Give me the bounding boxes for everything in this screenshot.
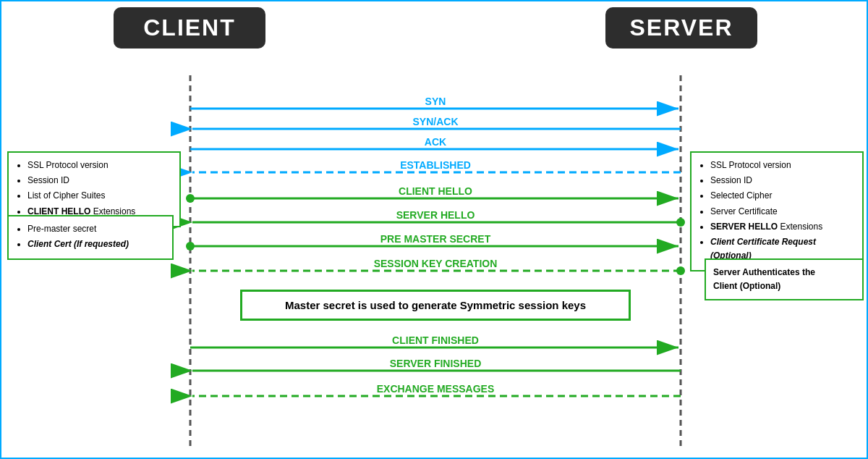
svg-point-21 (186, 242, 195, 250)
master-secret-text: Master secret is used to generate Symmet… (285, 299, 586, 311)
svg-text:CLIENT FINISHED: CLIENT FINISHED (392, 334, 479, 346)
diagram: CLIENT SERVER SYN SYN/ACK (1, 1, 868, 459)
client-info-item-2: Session ID (27, 174, 172, 188)
client-info-item-1: SSL Protocol version (27, 159, 172, 172)
server-hello-list: SSL Protocol version Session ID Selected… (699, 159, 855, 263)
server-hello-info-box: SSL Protocol version Session ID Selected… (690, 151, 864, 271)
svg-text:SERVER FINISHED: SERVER FINISHED (390, 358, 482, 369)
svg-text:CLIENT HELLO: CLIENT HELLO (399, 185, 472, 197)
svg-text:SERVER HELLO: SERVER HELLO (396, 209, 475, 221)
svg-text:ESTABLISHED: ESTABLISHED (400, 159, 471, 171)
server-auth-text: Server Authenticates theClient (Optional… (713, 267, 815, 291)
server-info-item-5: SERVER HELLO Extensions (710, 220, 855, 234)
svg-text:PRE MASTER SECRET: PRE MASTER SECRET (380, 233, 491, 245)
client-cert-list: Pre-master secret Client Cert (If reques… (16, 222, 165, 251)
server-auth-box: Server Authenticates theClient (Optional… (705, 258, 864, 300)
server-info-item-4: Server Certificate (710, 205, 855, 219)
svg-text:SYN/ACK: SYN/ACK (412, 116, 458, 127)
svg-point-24 (676, 266, 685, 275)
client-cert-info-box: Pre-master secret Client Cert (If reques… (7, 215, 174, 260)
client-cert-item-2: Client Cert (If requested) (27, 237, 165, 251)
server-info-item-3: Selected Cipher (710, 189, 855, 203)
client-hello-list: SSL Protocol version Session ID List of … (16, 159, 172, 219)
client-info-item-3: List of Cipher Suites (27, 189, 172, 203)
server-info-item-1: SSL Protocol version (710, 159, 855, 172)
svg-text:EXCHANGE MESSAGES: EXCHANGE MESSAGES (377, 383, 495, 395)
svg-text:SYN: SYN (425, 96, 446, 107)
svg-text:SESSION KEY CREATION: SESSION KEY CREATION (374, 258, 498, 269)
client-cert-item-1: Pre-master secret (27, 222, 165, 236)
server-info-item-2: Session ID (710, 174, 855, 188)
master-secret-box: Master secret is used to generate Symmet… (240, 290, 631, 321)
svg-point-18 (676, 218, 685, 227)
svg-text:ACK: ACK (425, 136, 446, 148)
svg-point-15 (186, 194, 195, 203)
